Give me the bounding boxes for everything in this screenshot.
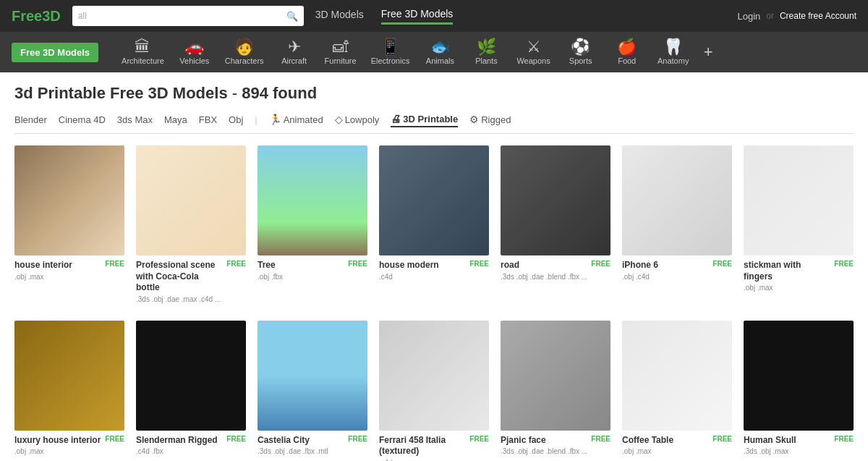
cat-sports[interactable]: ⚽ Sports	[559, 38, 603, 67]
model-card[interactable]: house modernFREE.c4d	[379, 145, 489, 303]
cat-anatomy-label: Anatomy	[658, 56, 689, 65]
model-thumbnail	[501, 321, 610, 431]
model-name: road	[501, 260, 588, 271]
more-categories-button[interactable]: +	[698, 41, 719, 63]
filter-cinema4d[interactable]: Cinema 4D	[59, 113, 106, 127]
model-card[interactable]: luxury house interiorFREE.obj .max	[14, 321, 124, 461]
search-icon[interactable]: 🔍	[286, 11, 298, 22]
cat-aircraft[interactable]: ✈ Aircraft	[273, 38, 316, 67]
aircraft-icon: ✈	[288, 39, 301, 55]
cat-architecture[interactable]: 🏛 Architecture	[116, 38, 170, 67]
cat-vehicles[interactable]: 🚗 Vehicles	[173, 38, 216, 67]
search-label: all	[78, 11, 87, 21]
model-name: Slenderman Rigged	[136, 435, 224, 447]
title-text: 3d Printable Free 3D Models	[14, 84, 228, 102]
model-thumbnail	[14, 321, 124, 431]
model-card[interactable]: Professional scene with Coca-Cola bottle…	[136, 145, 246, 303]
model-name-row: stickman with fingersFREE	[744, 260, 854, 282]
model-name: Tree	[258, 260, 345, 271]
model-name-row: TreeFREE	[258, 260, 367, 271]
model-name: Human Skull	[744, 435, 831, 447]
login-button[interactable]: Login	[737, 11, 760, 22]
model-thumbnail	[136, 321, 246, 431]
model-formats: .obj .fbx	[258, 273, 367, 281]
model-info: TreeFREE.obj .fbx	[258, 260, 367, 281]
tab-free-3d-models[interactable]: Free 3D Models	[381, 8, 454, 25]
model-name-row: Pjanic faceFREE	[501, 435, 610, 447]
filter-3dsmax[interactable]: 3ds Max	[117, 113, 153, 127]
create-account-button[interactable]: Create free Account	[780, 11, 856, 21]
cat-characters[interactable]: 🧑 Characters	[219, 38, 270, 67]
filter-animated[interactable]: 🏃 Animated	[269, 112, 323, 127]
cat-aircraft-label: Aircraft	[281, 56, 307, 65]
animated-icon: 🏃	[269, 114, 281, 125]
free3d-badge[interactable]: Free 3D Models	[12, 43, 98, 62]
free-badge: FREE	[226, 435, 246, 443]
thumbnail-image	[744, 321, 854, 431]
model-formats: .obj .max	[744, 284, 854, 292]
filter-maya[interactable]: Maya	[164, 113, 187, 127]
model-card[interactable]: stickman with fingersFREE.obj .max	[744, 145, 854, 303]
logo-suffix: 3D	[42, 8, 61, 24]
model-card[interactable]: roadFREE.3ds .obj .dae .blend .fbx ...	[501, 145, 610, 303]
model-formats: .3ds .obj .max	[744, 447, 854, 455]
thumbnail-image	[622, 145, 732, 255]
model-card[interactable]: Human SkullFREE.3ds .obj .max	[744, 321, 854, 461]
model-info: iPhone 6FREE.obj .c4d	[622, 260, 732, 281]
model-info: luxury house interiorFREE.obj .max	[14, 435, 124, 456]
cat-anatomy[interactable]: 🦷 Anatomy	[652, 38, 695, 67]
category-bar: Free 3D Models 🏛 Architecture 🚗 Vehicles…	[0, 32, 868, 72]
thumbnail-image	[622, 321, 732, 431]
sports-icon: ⚽	[571, 39, 590, 55]
thumbnail-image	[379, 321, 489, 431]
electronics-icon: 📱	[380, 39, 400, 55]
model-name: house modern	[379, 260, 467, 271]
anatomy-icon: 🦷	[663, 39, 683, 55]
cat-animals[interactable]: 🐟 Animals	[418, 38, 461, 67]
model-card[interactable]: Slenderman RiggedFREE.c4d .fbx	[136, 321, 246, 461]
model-card[interactable]: Coffee TableFREE.obj .max	[622, 321, 732, 461]
model-info: Professional scene with Coca-Cola bottle…	[136, 260, 246, 303]
filter-fbx[interactable]: FBX	[199, 113, 217, 127]
model-formats: .c4d .fbx	[136, 447, 246, 455]
model-thumbnail	[379, 145, 489, 255]
model-thumbnail	[622, 145, 732, 255]
header: Free3D all 🔍 3D Models Free 3D Models Lo…	[0, 0, 868, 32]
filter-tabs: Blender Cinema 4D 3ds Max Maya FBX Obj |…	[14, 111, 854, 134]
filter-lowpoly[interactable]: ◇ Lowpoly	[335, 112, 380, 127]
filter-rigged[interactable]: ⚙ Rigged	[469, 112, 511, 127]
logo-text: Free	[12, 8, 42, 24]
filter-3dprintable[interactable]: 🖨 3D Printable	[391, 111, 458, 127]
search-input[interactable]	[91, 11, 282, 22]
model-card[interactable]: iPhone 6FREE.obj .c4d	[622, 145, 732, 303]
page-title: 3d Printable Free 3D Models - 894 found	[14, 84, 854, 103]
count-text: 894 found	[242, 84, 317, 102]
cat-electronics[interactable]: 📱 Electronics	[365, 38, 416, 67]
free-badge: FREE	[105, 435, 124, 443]
free-badge: FREE	[834, 260, 854, 268]
cat-food[interactable]: 🍎 Food	[605, 38, 649, 67]
free-badge: FREE	[469, 435, 489, 443]
model-info: stickman with fingersFREE.obj .max	[744, 260, 854, 292]
model-name-row: Human SkullFREE	[744, 435, 854, 447]
cat-weapons-label: Weapons	[516, 56, 550, 65]
cat-weapons[interactable]: ⚔ Weapons	[511, 38, 556, 67]
cat-furniture[interactable]: 🛋 Furniture	[319, 38, 362, 67]
cat-furniture-label: Furniture	[325, 56, 357, 65]
model-card[interactable]: house interiorFREE.obj .max	[14, 145, 124, 303]
model-formats: .obj .c4d	[622, 273, 732, 281]
tab-3d-models[interactable]: 3D Models	[315, 9, 364, 23]
model-card[interactable]: Pjanic faceFREE.3ds .obj .dae .blend .fb…	[501, 321, 610, 461]
filter-blender[interactable]: Blender	[14, 113, 47, 127]
model-name: iPhone 6	[622, 260, 710, 271]
filter-obj[interactable]: Obj	[229, 113, 243, 127]
model-name-row: Professional scene with Coca-Cola bottle…	[136, 260, 246, 294]
model-card[interactable]: Castelia CityFREE.3ds .obj .dae .fbx .mt…	[258, 321, 367, 461]
model-name: Pjanic face	[501, 435, 588, 447]
model-card[interactable]: Ferrari 458 Italia (textured)FREE.c4d	[379, 321, 489, 461]
model-name: Ferrari 458 Italia (textured)	[379, 435, 467, 457]
model-card[interactable]: TreeFREE.obj .fbx	[258, 145, 367, 303]
model-thumbnail	[379, 321, 489, 431]
cat-plants[interactable]: 🌿 Plants	[464, 38, 508, 67]
logo[interactable]: Free3D	[12, 8, 61, 25]
